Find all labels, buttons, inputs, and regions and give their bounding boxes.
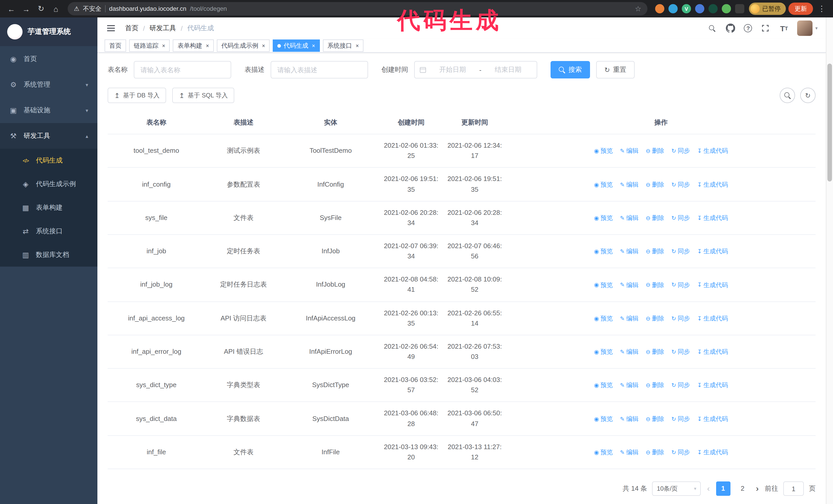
action-edit[interactable]: ✎编辑: [620, 247, 639, 256]
action-edit[interactable]: ✎编辑: [620, 314, 639, 323]
close-icon[interactable]: ×: [206, 43, 209, 49]
font-size-icon[interactable]: TT: [779, 23, 789, 34]
next-page-icon[interactable]: ›: [755, 484, 760, 493]
scrollbar[interactable]: [826, 18, 833, 504]
action-sync[interactable]: ↻同步: [671, 280, 690, 290]
action-delete[interactable]: ⊖删除: [646, 213, 664, 223]
action-generate[interactable]: ↧生成代码: [697, 314, 728, 323]
browser-menu-icon[interactable]: ⋮: [815, 3, 828, 15]
action-sync[interactable]: ↻同步: [671, 314, 690, 323]
breadcrumb-item-devtools[interactable]: 研发工具: [149, 24, 176, 33]
action-generate[interactable]: ↧生成代码: [697, 247, 728, 256]
action-edit[interactable]: ✎编辑: [620, 347, 639, 357]
close-icon[interactable]: ×: [262, 43, 265, 49]
action-generate[interactable]: ↧生成代码: [697, 213, 728, 223]
app-logo[interactable]: 芋道管理系统: [0, 18, 97, 46]
sidebar-item-codegen-example[interactable]: ◈代码生成示例: [0, 172, 97, 196]
action-delete[interactable]: ⊖删除: [646, 347, 664, 357]
action-preview[interactable]: ◉预览: [594, 146, 613, 156]
page-2[interactable]: 2: [735, 481, 750, 496]
extension-screen-icon[interactable]: [709, 4, 718, 13]
action-delete[interactable]: ⊖删除: [646, 146, 664, 156]
table-name-input[interactable]: [134, 61, 231, 78]
action-edit[interactable]: ✎编辑: [620, 414, 639, 424]
extension-fox-icon[interactable]: [655, 4, 664, 13]
back-icon[interactable]: ←: [5, 3, 18, 15]
sidebar-item-api[interactable]: ⇄系统接口: [0, 219, 97, 243]
action-generate[interactable]: ↧生成代码: [697, 280, 728, 290]
tab-tracer[interactable]: 链路追踪×: [129, 40, 170, 52]
bookmark-star-icon[interactable]: ☆: [635, 5, 641, 13]
tab-codegen-example[interactable]: 代码生成示例×: [217, 40, 270, 52]
address-bar[interactable]: ⚠ 不安全 dashboard.yudao.iocoder.cn /tool/c…: [68, 2, 647, 16]
action-preview[interactable]: ◉预览: [594, 381, 613, 390]
action-edit[interactable]: ✎编辑: [620, 180, 639, 189]
action-generate[interactable]: ↧生成代码: [697, 180, 728, 189]
action-sync[interactable]: ↻同步: [671, 414, 690, 424]
extension-people-grid-icon[interactable]: [695, 4, 704, 13]
action-generate[interactable]: ↧生成代码: [697, 414, 728, 424]
action-generate[interactable]: ↧生成代码: [697, 448, 728, 457]
reset-button[interactable]: ↻ 重置: [596, 61, 635, 78]
breadcrumb-item-home[interactable]: 首页: [125, 24, 138, 33]
action-sync[interactable]: ↻同步: [671, 448, 690, 457]
tab-api[interactable]: 系统接口×: [323, 40, 364, 52]
user-menu[interactable]: ▾: [798, 21, 818, 36]
action-delete[interactable]: ⊖删除: [646, 314, 664, 323]
reload-icon[interactable]: ↻: [35, 3, 47, 15]
hamburger-icon[interactable]: [105, 23, 116, 34]
close-icon[interactable]: ×: [312, 43, 315, 49]
extension-puzzle-icon[interactable]: [735, 4, 744, 13]
close-icon[interactable]: ×: [356, 43, 359, 49]
tab-codegen[interactable]: 代码生成×: [273, 40, 320, 52]
action-sync[interactable]: ↻同步: [671, 213, 690, 223]
action-preview[interactable]: ◉预览: [594, 314, 613, 323]
action-edit[interactable]: ✎编辑: [620, 448, 639, 457]
action-delete[interactable]: ⊖删除: [646, 247, 664, 256]
tab-form-build[interactable]: 表单构建×: [173, 40, 214, 52]
action-sync[interactable]: ↻同步: [671, 247, 690, 256]
search-icon[interactable]: [707, 23, 717, 34]
action-preview[interactable]: ◉预览: [594, 448, 613, 457]
action-preview[interactable]: ◉预览: [594, 414, 613, 424]
action-sync[interactable]: ↻同步: [671, 180, 690, 189]
sidebar-item-codegen[interactable]: </>代码生成: [0, 149, 97, 172]
sidebar-item-db-doc[interactable]: ▥数据库文档: [0, 243, 97, 267]
action-preview[interactable]: ◉预览: [594, 180, 613, 189]
profile-chip[interactable]: 已暂停: [749, 3, 786, 15]
github-icon[interactable]: [725, 23, 736, 34]
scrollbar-thumb[interactable]: [827, 64, 832, 182]
forward-icon[interactable]: →: [20, 3, 32, 15]
browser-update-button[interactable]: 更新: [788, 3, 813, 15]
action-sync[interactable]: ↻同步: [671, 347, 690, 357]
import-sql-button[interactable]: ↥ 基于 SQL 导入: [172, 88, 235, 103]
action-preview[interactable]: ◉预览: [594, 247, 613, 256]
fullscreen-icon[interactable]: [760, 23, 771, 34]
sidebar-item-infra[interactable]: ▣基础设施▾: [0, 97, 97, 123]
sidebar-item-form-build[interactable]: ▦表单构建: [0, 196, 97, 219]
toggle-search-button[interactable]: [780, 88, 795, 103]
action-edit[interactable]: ✎编辑: [620, 146, 639, 156]
page-1[interactable]: 1: [716, 481, 730, 496]
goto-page-input[interactable]: [783, 481, 804, 496]
sidebar-item-devtools[interactable]: ⚒研发工具▴: [0, 123, 97, 149]
action-sync[interactable]: ↻同步: [671, 146, 690, 156]
sidebar-item-system[interactable]: ⚙系统管理▾: [0, 72, 97, 97]
action-preview[interactable]: ◉预览: [594, 280, 613, 290]
date-range-picker[interactable]: 开始日期 - 结束日期: [414, 61, 537, 78]
help-icon[interactable]: ?: [744, 24, 752, 32]
prev-page-icon[interactable]: ‹: [706, 484, 711, 493]
action-generate[interactable]: ↧生成代码: [697, 146, 728, 156]
action-delete[interactable]: ⊖删除: [646, 414, 664, 424]
action-edit[interactable]: ✎编辑: [620, 213, 639, 223]
action-delete[interactable]: ⊖删除: [646, 180, 664, 189]
action-preview[interactable]: ◉预览: [594, 347, 613, 357]
tab-home[interactable]: 首页: [104, 40, 126, 52]
action-sync[interactable]: ↻同步: [671, 381, 690, 390]
action-generate[interactable]: ↧生成代码: [697, 347, 728, 357]
refresh-table-button[interactable]: ↻: [800, 88, 815, 103]
action-preview[interactable]: ◉预览: [594, 213, 613, 223]
search-button[interactable]: 搜索: [551, 61, 590, 78]
action-generate[interactable]: ↧生成代码: [697, 381, 728, 390]
import-db-button[interactable]: ↥ 基于 DB 导入: [108, 88, 166, 103]
